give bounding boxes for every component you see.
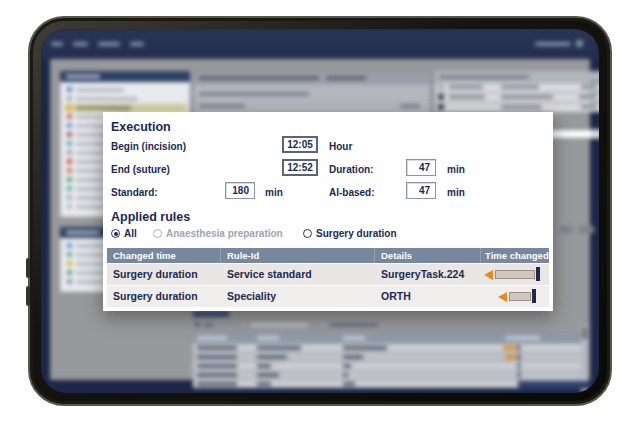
applied-rules-background-row (193, 371, 588, 379)
radio-checked-icon (111, 229, 120, 238)
filter-anaesthesia-radio[interactable]: Anaesthesia preparation (153, 228, 283, 239)
sidebar-icon (67, 168, 72, 173)
cell-rule-id: Service standard (221, 264, 375, 285)
sidebar-icon (67, 150, 72, 155)
execution-title: Execution (111, 120, 171, 134)
radio-unchecked-icon (153, 229, 162, 238)
cell-rule-id: Speciality (221, 286, 375, 307)
schedule-row (435, 103, 599, 112)
page: Execution Begin (incision) Hour End (sut… (0, 0, 640, 427)
sidebar-icon (67, 105, 72, 110)
cell-time-changed (481, 264, 549, 285)
end-time-input[interactable] (282, 159, 318, 176)
ai-based-label: AI-based: (329, 187, 375, 198)
begin-time-input[interactable] (282, 136, 318, 153)
origin-marker-icon (532, 289, 536, 303)
cell-changed-time: Surgery duration (107, 264, 221, 285)
duration-input[interactable] (406, 159, 436, 176)
workflow-panel-header (60, 71, 190, 82)
sidebar-icon (67, 114, 72, 119)
sidebar-icon (67, 204, 72, 209)
sidebar-icon (67, 270, 72, 275)
standard-unit-label: min (265, 187, 283, 198)
small-control-blurred (560, 226, 573, 233)
applied-rules-background-row (193, 353, 588, 361)
cell-details: SurgeryTask.224 (375, 264, 481, 285)
time-shift-indicator (481, 264, 549, 285)
ai-based-input[interactable] (406, 182, 436, 199)
left-arrow-icon (498, 292, 507, 302)
sidebar-icon (67, 243, 72, 248)
cell-time-changed (481, 286, 549, 307)
sidebar-item (64, 86, 186, 94)
time-shift-bar (509, 292, 531, 301)
cell-changed-time: Surgery duration (107, 286, 221, 307)
search-button (591, 131, 599, 137)
sidebar-icon (67, 96, 72, 101)
column-header-details[interactable]: Details (375, 248, 481, 263)
column-header-changed-time[interactable]: Changed time (107, 248, 221, 263)
filter-all-radio[interactable]: All (111, 228, 137, 239)
duration-label: Duration: (329, 164, 373, 175)
volume-down-button (26, 286, 30, 306)
schedule-panel-header (435, 71, 599, 82)
applied-rules-table: Changed time Rule-Id Details Time change… (107, 248, 549, 307)
sidebar-item (64, 95, 186, 103)
applied-rules-background-title (193, 311, 229, 317)
applied-rules-background-row (193, 344, 588, 352)
table-row[interactable]: Surgery duration Service standard Surger… (107, 264, 549, 285)
sidebar-icon (67, 141, 72, 146)
sidebar-icon (67, 132, 72, 137)
sidebar-icon (67, 159, 72, 164)
menu-item-blurred (130, 42, 144, 46)
menu-bar (41, 29, 599, 59)
column-header-rule-id[interactable]: Rule-Id (221, 248, 375, 263)
schedule-row (435, 93, 599, 102)
clock-icon (438, 84, 444, 90)
begin-incision-label: Begin (incision) (111, 141, 186, 152)
filter-surgery-duration-radio[interactable]: Surgery duration (303, 228, 397, 239)
sidebar-icon (67, 87, 72, 92)
table-header-row: Changed time Rule-Id Details Time change… (107, 248, 549, 263)
column-header-time-changed[interactable]: Time changed (481, 248, 549, 263)
sidebar-icon (67, 261, 72, 266)
sidebar-icon (67, 195, 72, 200)
sidebar-icon (67, 279, 72, 284)
ai-unit-label: min (447, 187, 465, 198)
volume-up-button (26, 258, 30, 278)
sidebar-icon (67, 123, 72, 128)
sidebar-icon (67, 252, 72, 257)
time-shift-indicator (481, 286, 549, 307)
origin-marker-icon (536, 267, 540, 281)
menu-icon-blurred (576, 40, 583, 47)
sidebar-item-selected (64, 104, 186, 112)
small-control-blurred (578, 226, 594, 233)
radio-unchecked-icon (303, 229, 312, 238)
time-shift-bar (495, 270, 535, 279)
end-suture-label: End (suture) (111, 164, 170, 175)
standard-input[interactable] (225, 182, 255, 199)
applied-rules-background-filters (193, 321, 588, 329)
left-arrow-icon (484, 270, 493, 280)
hour-unit-label: Hour (329, 141, 352, 152)
bottom-accent-bar (520, 381, 590, 389)
cell-details: ORTH (375, 286, 481, 307)
menu-item-blurred (98, 42, 120, 46)
menu-item-blurred (51, 42, 63, 46)
applied-rules-title: Applied rules (111, 210, 190, 224)
applied-rules-background-row (193, 362, 588, 370)
sidebar-icon (67, 177, 72, 182)
standard-label: Standard: (111, 187, 158, 198)
duration-unit-label: min (447, 164, 465, 175)
menu-item-blurred (73, 42, 88, 46)
table-row[interactable]: Surgery duration Speciality ORTH (107, 286, 549, 307)
execution-dialog: Execution Begin (incision) Hour End (sut… (103, 112, 553, 311)
patient-header-bar (194, 72, 430, 85)
sidebar-icon (67, 186, 72, 191)
status-icon (438, 94, 444, 100)
status-icon (438, 104, 444, 110)
schedule-row (435, 83, 599, 92)
menu-status-blurred (535, 42, 571, 46)
applied-rules-background-header (193, 333, 588, 343)
